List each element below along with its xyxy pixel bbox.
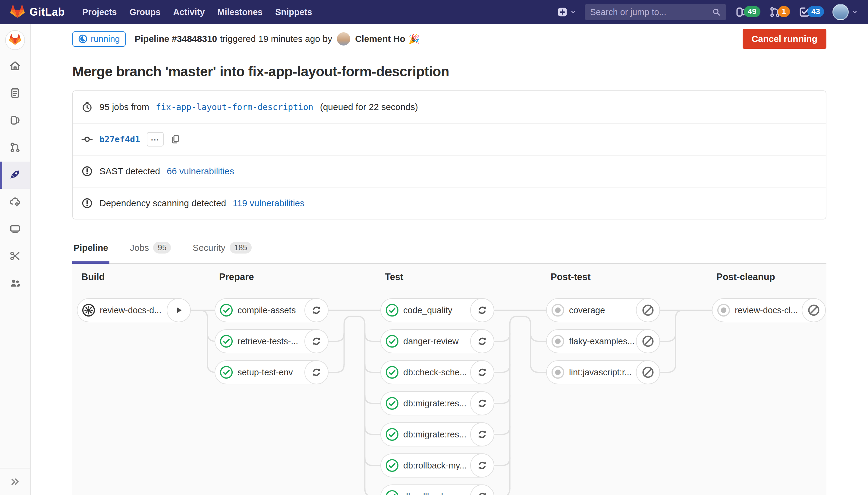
status-created-icon bbox=[551, 365, 565, 379]
retry-job-button[interactable] bbox=[470, 422, 494, 446]
status-success-icon bbox=[385, 334, 399, 348]
retry-icon bbox=[476, 304, 488, 316]
sidebar-item-ci-cd[interactable] bbox=[0, 161, 30, 189]
trigger-user-name[interactable]: Clement Ho bbox=[355, 34, 405, 44]
sidebar-item-merge-requests[interactable] bbox=[0, 134, 30, 161]
collapse-sidebar-button[interactable] bbox=[0, 468, 30, 495]
timer-icon bbox=[81, 101, 93, 113]
tab-jobs[interactable]: Jobs95 bbox=[129, 236, 172, 264]
commit-expand-button[interactable]: ... bbox=[147, 132, 164, 147]
retry-job-button[interactable] bbox=[305, 360, 329, 385]
jobs-info-row: 95 jobs from fix-app-layout-form-descrip… bbox=[73, 91, 826, 123]
pipeline-header: running Pipeline #34848310 triggered 19 … bbox=[31, 24, 868, 54]
gitlab-pipeline-page: GitLab ProjectsGroupsActivityMilestonesS… bbox=[0, 0, 868, 495]
retry-job-button[interactable] bbox=[470, 329, 494, 353]
issues-counter[interactable]: 49 bbox=[735, 6, 760, 18]
job-pill[interactable]: danger-review bbox=[380, 329, 494, 353]
sidebar-item-repository[interactable] bbox=[0, 80, 30, 107]
retry-job-button[interactable] bbox=[470, 360, 494, 385]
double-chevron-right-icon bbox=[10, 477, 20, 487]
dependency-vulnerabilities-link[interactable]: 119 vulnerabilities bbox=[233, 198, 305, 208]
new-menu-button[interactable] bbox=[557, 7, 576, 17]
sidebar-item-issues[interactable] bbox=[0, 107, 30, 134]
nav-menu-activity[interactable]: Activity bbox=[168, 4, 210, 20]
retry-job-button[interactable] bbox=[305, 329, 329, 353]
job-pill[interactable]: db:rollback-my... bbox=[380, 454, 494, 478]
retry-job-button[interactable] bbox=[305, 298, 329, 322]
status-manual-icon bbox=[82, 303, 96, 317]
play-job-button[interactable] bbox=[167, 298, 191, 322]
commit-sha-link[interactable]: b27ef4d1 bbox=[100, 134, 140, 144]
job-pill[interactable]: retrieve-tests-... bbox=[214, 329, 329, 353]
tab-count-badge: 185 bbox=[230, 242, 251, 254]
trigger-user-avatar[interactable] bbox=[337, 32, 350, 46]
play-icon bbox=[173, 305, 184, 315]
chevron-down-icon bbox=[852, 9, 858, 15]
job-pill[interactable]: lint:javascript:r... bbox=[546, 360, 660, 385]
retry-icon bbox=[310, 366, 323, 378]
cancel-icon bbox=[642, 304, 654, 317]
stage-header-prepare: Prepare bbox=[219, 272, 254, 283]
nav-menu-projects[interactable]: Projects bbox=[77, 4, 122, 20]
job-label: db:rollback-my... bbox=[403, 461, 467, 471]
todos-counter[interactable]: 43 bbox=[798, 6, 824, 18]
sidebar-item-home[interactable] bbox=[0, 53, 30, 80]
job-pill[interactable]: db:migrate:res... bbox=[380, 422, 494, 446]
job-pill[interactable]: review-docs-cl... bbox=[712, 298, 826, 322]
search-input[interactable] bbox=[590, 7, 712, 17]
sidebar-item-wiki[interactable] bbox=[0, 216, 30, 243]
merge-requests-counter[interactable]: 1 bbox=[769, 6, 790, 18]
dependency-info-row: Dependency scanning detected 119 vulnera… bbox=[73, 187, 826, 219]
copy-icon bbox=[170, 134, 180, 144]
nav-menu-snippets[interactable]: Snippets bbox=[270, 4, 317, 20]
main-menu: ProjectsGroupsActivityMilestonesSnippets bbox=[77, 4, 318, 20]
branch-link[interactable]: fix-app-layout-form-description bbox=[156, 102, 313, 112]
user-menu[interactable] bbox=[832, 4, 858, 20]
global-search bbox=[585, 4, 726, 20]
job-pill[interactable]: db:migrate:res... bbox=[380, 391, 494, 415]
retry-job-button[interactable] bbox=[470, 454, 494, 478]
pipeline-status-badge[interactable]: running bbox=[72, 31, 126, 47]
sidebar-item-snippets[interactable] bbox=[0, 243, 30, 270]
job-pill[interactable]: db:rollback... bbox=[380, 484, 494, 495]
job-pill[interactable]: flaky-examples... bbox=[546, 329, 660, 353]
status-success-icon bbox=[385, 427, 399, 441]
gitlab-brand[interactable]: GitLab bbox=[10, 4, 65, 20]
sidebar-item-operations[interactable] bbox=[0, 189, 30, 216]
cancel-running-button[interactable]: Cancel running bbox=[743, 29, 827, 49]
tab-security[interactable]: Security185 bbox=[191, 236, 253, 264]
stage-header-test: Test bbox=[385, 272, 403, 283]
project-tanuki-icon bbox=[9, 33, 21, 47]
cancel-job-button[interactable] bbox=[636, 329, 660, 353]
user-status-emoji: 🎉 bbox=[409, 34, 419, 44]
cancel-job-button[interactable] bbox=[636, 360, 660, 385]
status-success-icon bbox=[220, 303, 233, 317]
stage-header-post-test: Post-test bbox=[551, 272, 591, 283]
job-pill[interactable]: setup-test-env bbox=[214, 360, 329, 385]
sast-text: SAST detected bbox=[100, 166, 160, 176]
job-label: coverage bbox=[569, 305, 605, 315]
brand-text: GitLab bbox=[30, 6, 65, 18]
retry-job-button[interactable] bbox=[470, 391, 494, 415]
status-success-icon bbox=[385, 303, 399, 317]
job-pill[interactable]: code_quality bbox=[380, 298, 494, 322]
nav-menu-milestones[interactable]: Milestones bbox=[212, 4, 268, 20]
queued-text: (queued for 22 seconds) bbox=[320, 102, 418, 112]
sast-vulnerabilities-link[interactable]: 66 vulnerabilities bbox=[167, 166, 234, 176]
cancel-job-button[interactable] bbox=[802, 298, 826, 322]
job-pill[interactable]: compile-assets bbox=[214, 298, 329, 322]
job-pill[interactable]: coverage bbox=[546, 298, 660, 322]
tab-label: Pipeline bbox=[73, 243, 108, 253]
retry-job-button[interactable] bbox=[470, 298, 494, 322]
job-pill[interactable]: review-docs-d... bbox=[77, 298, 191, 322]
tab-pipeline[interactable]: Pipeline bbox=[72, 236, 109, 264]
running-spinner-icon bbox=[78, 34, 88, 44]
job-pill[interactable]: db:check-sche... bbox=[380, 360, 494, 385]
pipeline-id: Pipeline #34848310 bbox=[135, 34, 217, 44]
cancel-job-button[interactable] bbox=[636, 298, 660, 322]
copy-commit-button[interactable] bbox=[170, 134, 180, 144]
tab-label: Jobs bbox=[130, 243, 149, 253]
project-avatar[interactable] bbox=[5, 30, 25, 50]
nav-menu-groups[interactable]: Groups bbox=[124, 4, 166, 20]
sidebar-item-members[interactable] bbox=[0, 270, 30, 297]
